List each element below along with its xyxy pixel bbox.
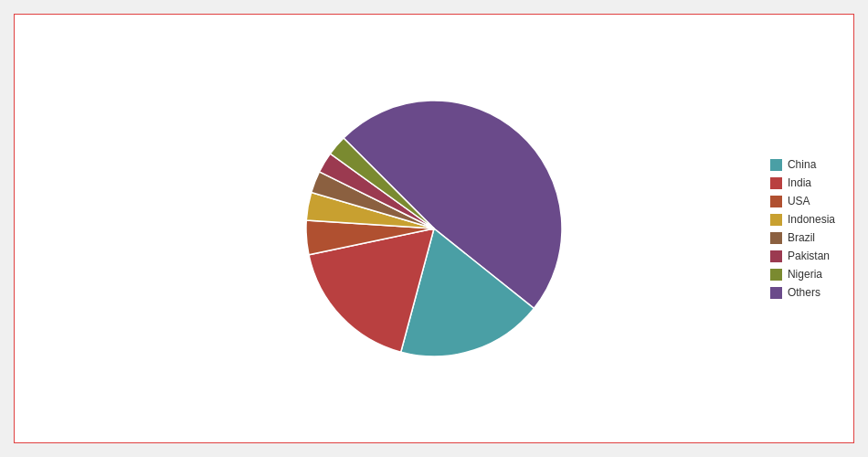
legend-label-usa: USA [788,195,810,207]
legend-swatch-pakistan [770,250,782,262]
slice-label-usa: 325M [256,230,291,245]
legend-label-nigeria: Nigeria [788,268,822,281]
pie-chart [288,82,580,375]
legend-swatch-usa [770,196,782,207]
legend: ChinaIndiaUSAIndonesiaBrazilPakistanNige… [770,158,835,299]
chart-area: 3,616M1,383M1,314M325M264M207M197M192M [114,46,754,411]
legend-label-brazil: Brazil [788,231,815,244]
legend-swatch-india [770,177,782,189]
legend-item-india: India [770,176,835,189]
legend-label-pakistan: Pakistan [788,250,830,262]
legend-swatch-others [770,287,782,299]
legend-item-china: China [770,158,835,171]
legend-label-india: India [788,176,811,189]
slice-label-indonesia: 264M [258,192,292,207]
legend-swatch-nigeria [770,269,782,281]
legend-item-others: Others [770,286,835,299]
legend-label-indonesia: Indonesia [788,213,835,226]
legend-item-brazil: Brazil [770,231,835,244]
legend-item-indonesia: Indonesia [770,213,835,226]
legend-item-pakistan: Pakistan [770,250,835,262]
legend-swatch-indonesia [770,214,782,226]
legend-item-nigeria: Nigeria [770,268,835,281]
legend-label-others: Others [788,286,820,299]
legend-item-usa: USA [770,195,835,207]
legend-swatch-brazil [770,232,782,244]
legend-label-china: China [788,158,816,171]
chart-container: 3,616M1,383M1,314M325M264M207M197M192M C… [14,14,854,443]
legend-swatch-china [770,159,782,171]
